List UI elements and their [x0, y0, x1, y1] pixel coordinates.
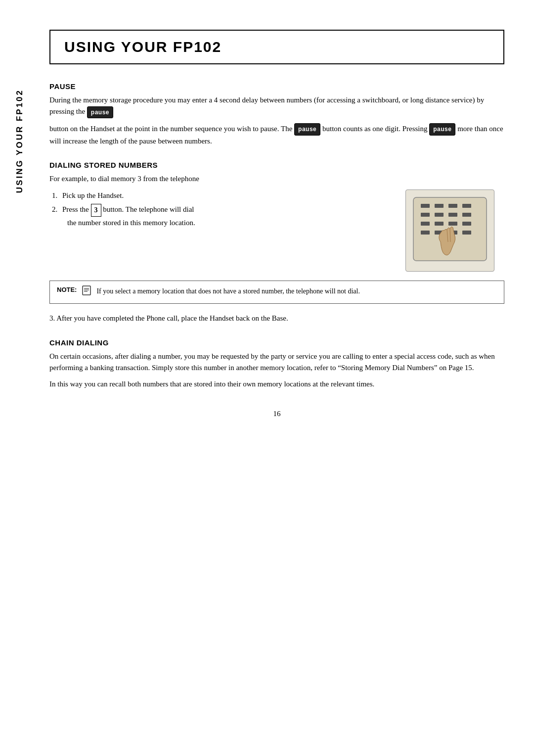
sidebar-label: USING YOUR FP102 [15, 89, 25, 193]
title-box: USING YOUR FP102 [49, 30, 504, 64]
page-number: 16 [49, 410, 504, 418]
pause-para2: button on the Handset at the point in th… [49, 123, 504, 147]
keypad-wrapper [405, 189, 494, 272]
svg-rect-10 [435, 222, 444, 226]
steps-list: Pick up the Handset. Press the 3 button.… [59, 189, 396, 229]
svg-rect-2 [435, 204, 444, 208]
note-label: NOTE: [57, 286, 77, 293]
note-icon [82, 285, 91, 298]
dialing-heading: DIALING STORED NUMBERS [49, 161, 504, 169]
page-title: USING YOUR FP102 [64, 39, 222, 55]
svg-rect-13 [421, 231, 430, 235]
note-text: If you select a memory location that doe… [96, 286, 359, 296]
chain-para1: On certain occasions, after dialing a nu… [49, 351, 504, 374]
dial-section-layout: Pick up the Handset. Press the 3 button.… [49, 189, 504, 272]
step1: Pick up the Handset. [59, 189, 396, 201]
svg-rect-6 [435, 213, 444, 217]
pause-button-inline3: pause [429, 123, 455, 136]
svg-rect-11 [448, 222, 457, 226]
chain-section: CHAIN DIALING On certain occasions, afte… [49, 338, 504, 390]
pause-button-inline1: pause [87, 106, 113, 119]
svg-rect-16 [462, 231, 471, 235]
svg-rect-12 [462, 222, 471, 226]
pause-para1: During the memory storage procedure you … [49, 94, 504, 118]
svg-rect-3 [448, 204, 457, 208]
svg-rect-19 [83, 286, 90, 295]
keypad-svg [411, 195, 490, 264]
svg-rect-4 [462, 204, 471, 208]
chain-para2: In this way you can recall both numbers … [49, 378, 504, 390]
number-3-button: 3 [91, 204, 101, 217]
step2: Press the 3 button. The telephone will d… [59, 203, 396, 229]
pause-heading: PAUSE [49, 82, 504, 91]
svg-rect-9 [421, 222, 430, 226]
svg-rect-1 [421, 204, 430, 208]
main-content: USING YOUR FP102 PAUSE During the memory… [49, 30, 504, 418]
page-container: USING YOUR FP102 USING YOUR FP102 PAUSE … [0, 0, 534, 756]
step3-text: 3. After you have completed the Phone ca… [49, 313, 504, 324]
note-box: NOTE: If you select a memory location th… [49, 281, 504, 304]
dialing-intro: For example, to dial memory 3 from the t… [49, 173, 504, 185]
pause-button-inline2: pause [294, 123, 320, 136]
pause-section: PAUSE During the memory storage procedur… [49, 82, 504, 147]
keypad-illustration [405, 189, 504, 272]
svg-rect-5 [421, 213, 430, 217]
svg-rect-8 [462, 213, 471, 217]
chain-heading: CHAIN DIALING [49, 338, 504, 347]
dial-text: Pick up the Handset. Press the 3 button.… [49, 189, 396, 235]
svg-rect-7 [448, 213, 457, 217]
dialing-section: DIALING STORED NUMBERS For example, to d… [49, 161, 504, 325]
